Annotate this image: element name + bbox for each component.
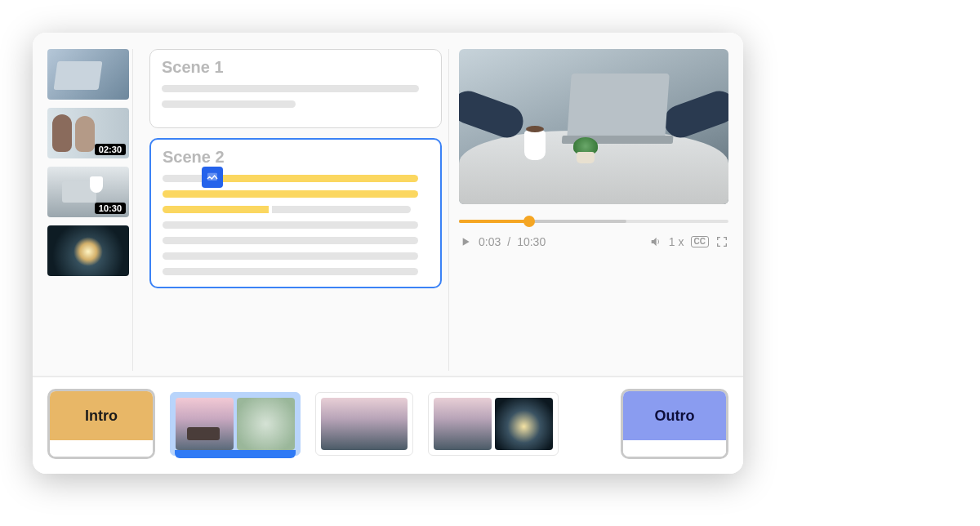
intro-label: Intro — [50, 391, 153, 440]
video-editor-window: 02:30 10:30 Scene 1 Scene 2 — [33, 33, 743, 474]
video-scrubber[interactable] — [459, 216, 728, 227]
clip-thumbnail[interactable] — [47, 225, 129, 276]
storyboard-scene-tile[interactable] — [428, 392, 559, 456]
player-controls: 0:03 / 10:30 1 x CC — [459, 235, 728, 248]
clip-thumbnail[interactable] — [47, 49, 129, 100]
outro-tile[interactable]: Outro — [621, 389, 728, 459]
script-line[interactable] — [163, 206, 429, 213]
storyboard-scene-tile[interactable] — [315, 392, 413, 456]
scene-title: Scene 1 — [162, 58, 430, 77]
clip-thumbnail-column: 02:30 10:30 — [47, 49, 133, 371]
clip-thumbnail[interactable]: 02:30 — [47, 108, 129, 158]
play-icon[interactable] — [459, 235, 472, 248]
scene-tile-thumb — [237, 398, 295, 450]
script-line[interactable] — [163, 221, 418, 229]
volume-icon[interactable] — [649, 235, 662, 248]
script-line[interactable] — [163, 175, 429, 182]
time-duration: 10:30 — [517, 235, 546, 248]
playback-speed[interactable]: 1 x — [669, 235, 684, 248]
storyboard-strip: Intro Outro — [33, 376, 743, 474]
script-line — [162, 85, 419, 92]
captions-icon[interactable]: CC — [691, 236, 709, 247]
main-area: 02:30 10:30 Scene 1 Scene 2 — [33, 33, 743, 376]
time-current: 0:03 — [479, 235, 501, 248]
scrubber-knob[interactable] — [523, 216, 535, 227]
scrubber-fill — [459, 220, 529, 223]
scene-card-2[interactable]: Scene 2 — [149, 138, 442, 288]
scene-card-1[interactable]: Scene 1 — [149, 49, 442, 128]
preview-video[interactable] — [459, 49, 728, 204]
script-line[interactable] — [163, 237, 418, 244]
fullscreen-icon[interactable] — [715, 235, 728, 248]
media-chip-icon[interactable] — [202, 167, 223, 188]
storyboard-scene-tile[interactable] — [170, 392, 301, 456]
time-separator: / — [507, 235, 510, 248]
script-line[interactable] — [163, 190, 418, 198]
scene-tile-thumb — [495, 398, 553, 450]
clip-duration-badge: 10:30 — [95, 203, 126, 214]
preview-column: 0:03 / 10:30 1 x CC — [459, 49, 728, 371]
clip-thumbnail[interactable]: 10:30 — [47, 167, 129, 217]
script-line[interactable] — [163, 268, 418, 275]
script-line — [162, 100, 296, 108]
intro-tile[interactable]: Intro — [47, 389, 155, 459]
clip-duration-badge: 02:30 — [95, 144, 126, 155]
scene-title: Scene 2 — [163, 148, 429, 167]
scene-tile-thumb — [321, 398, 408, 450]
scene-tile-thumb — [434, 398, 492, 450]
script-line[interactable] — [163, 252, 418, 260]
scene-tile-thumb — [176, 398, 234, 450]
scene-list-column: Scene 1 Scene 2 — [143, 49, 449, 371]
outro-label: Outro — [623, 391, 726, 440]
